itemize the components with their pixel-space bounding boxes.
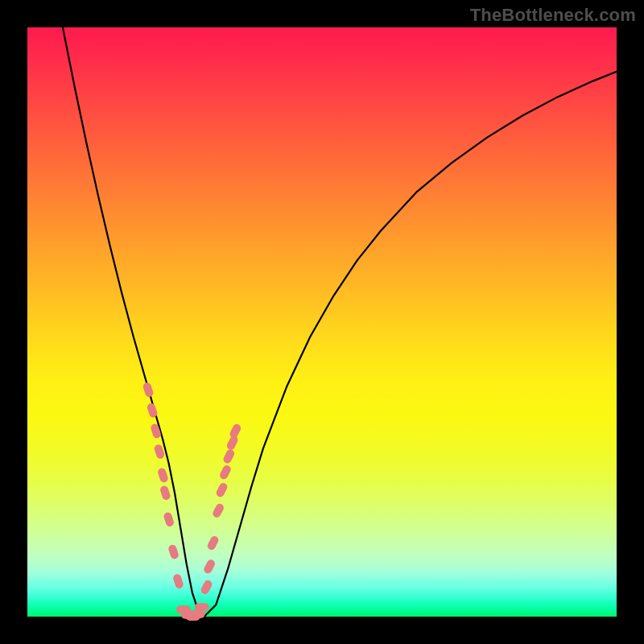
- plot-area: [27, 27, 617, 617]
- curve-marker: [222, 448, 236, 465]
- curve-marker: [157, 467, 169, 483]
- curve-marker: [167, 543, 180, 559]
- curve-marker: [218, 464, 232, 481]
- curve-svg: [27, 27, 617, 617]
- curve-marker: [215, 481, 229, 498]
- curve-marker: [203, 558, 217, 575]
- chart-frame: TheBottleneck.com: [0, 0, 644, 644]
- curve-marker: [195, 603, 209, 611]
- curve-marker: [206, 535, 220, 551]
- curve-marker: [200, 579, 213, 596]
- curve-marker: [172, 573, 184, 589]
- curve-marker: [229, 423, 242, 440]
- curve-marker: [159, 485, 171, 501]
- watermark-text: TheBottleneck.com: [470, 5, 636, 26]
- bottleneck-curve: [63, 27, 617, 617]
- curve-marker: [142, 382, 155, 398]
- curve-marker: [212, 502, 225, 519]
- curve-marker: [191, 610, 205, 618]
- curve-marker: [163, 511, 175, 527]
